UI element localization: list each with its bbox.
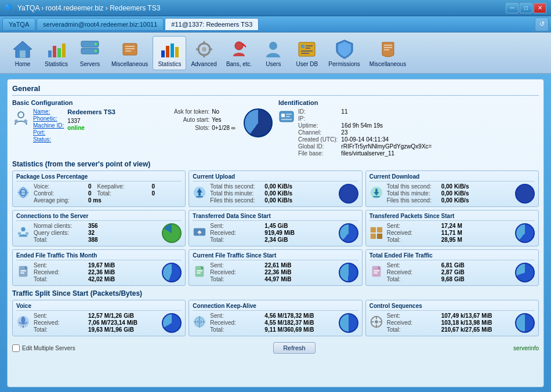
- port-link[interactable]: Port:: [33, 129, 64, 136]
- file-base-val: files/virtualserver_11: [341, 150, 432, 157]
- config-fields: Redeemers TS3 1337 online: [67, 108, 155, 131]
- permissions-label: Permissions: [328, 61, 360, 67]
- svg-rect-2: [48, 50, 52, 57]
- svg-rect-62: [377, 227, 382, 232]
- users-button[interactable]: Users: [256, 37, 290, 70]
- status-link[interactable]: Status:: [33, 136, 64, 143]
- advanced-icon: [194, 39, 215, 60]
- userdb-icon: [296, 39, 317, 60]
- users-icon: [263, 39, 284, 60]
- stat-box-file-total: Total Ended File Traffic Sent:6,81 GiB R…: [365, 249, 539, 286]
- port-val: 1337: [67, 118, 80, 124]
- tab-bar: YaTQA serveradmin@root4.redeemer.biz:100…: [0, 16, 551, 32]
- svg-point-39: [24, 119, 27, 123]
- svg-rect-61: [371, 227, 376, 232]
- userdb-button[interactable]: User DB: [290, 37, 324, 70]
- svg-rect-43: [286, 116, 290, 117]
- svg-point-23: [202, 47, 206, 52]
- svg-rect-4: [57, 48, 61, 57]
- svg-point-55: [21, 227, 25, 231]
- tab-instance[interactable]: #11@1337: Redeemers TS3: [165, 18, 259, 31]
- miscellaneous2-button[interactable]: Miscellaneous: [365, 37, 411, 70]
- slots-val: 0+1/28 ∞: [212, 125, 235, 131]
- svg-rect-30: [306, 45, 313, 46]
- svg-rect-36: [384, 49, 389, 50]
- svg-rect-76: [374, 272, 377, 273]
- phonetic-link[interactable]: Phonetic:: [33, 115, 64, 122]
- miscellaneous1-button[interactable]: Miscellaneous: [107, 37, 153, 70]
- stats-section-title: Statistics (from the server's point of v…: [12, 160, 539, 168]
- name-link[interactable]: Name:: [33, 108, 64, 115]
- stat-box-control: Control Sequences Sent:107,49: [365, 300, 539, 336]
- svg-point-56: [18, 232, 21, 235]
- servers-button[interactable]: Servers: [73, 37, 107, 70]
- general-title: General: [12, 84, 539, 96]
- stat-box-transfer-data: Transferred Data Since Start Sent:1,45 G…: [188, 210, 362, 246]
- svg-rect-71: [197, 270, 202, 271]
- traffic-split-grid: Voice Sent:12,57 M/1,26 GiB Received:7,0…: [12, 300, 539, 336]
- minimize-button[interactable]: ─: [506, 3, 519, 13]
- file-total-icon: [369, 264, 385, 281]
- file-current-pie: [339, 263, 358, 282]
- title-bar: 🔷 YaTQA › root4.redeemer.biz › Redeemers…: [0, 0, 551, 16]
- machine-id-link[interactable]: Machine ID:: [33, 122, 64, 129]
- general-section: Basic Configuration Name: Phonetic:: [12, 99, 539, 157]
- miscellaneous2-icon: [378, 39, 398, 60]
- refresh-button[interactable]: Refresh: [273, 342, 316, 354]
- users-label: Users: [266, 61, 281, 67]
- back-button[interactable]: ↺: [535, 17, 549, 31]
- svg-rect-35: [384, 47, 392, 48]
- svg-rect-41: [281, 114, 285, 117]
- miscellaneous1-label: Miscellaneous: [111, 61, 148, 67]
- stat-box-package-loss: Package Loss Percentage Voice:0Keepalive…: [12, 170, 186, 207]
- advanced-button[interactable]: Advanced: [186, 37, 221, 70]
- status-val: online: [67, 125, 155, 131]
- svg-rect-64: [377, 233, 382, 238]
- svg-rect-12: [125, 48, 135, 49]
- toolbar: Home Statistics Servers: [0, 32, 551, 74]
- connections-pie: [162, 223, 182, 243]
- created-val: 10-09-14 04:11:34: [341, 136, 432, 143]
- file-month-icon: [16, 264, 31, 281]
- packets-icon: [369, 225, 385, 242]
- edit-multiple-checkbox[interactable]: [12, 344, 20, 352]
- bans-button[interactable]: Bans, etc.: [222, 37, 256, 70]
- bans-icon: [229, 39, 249, 60]
- identification-title: Identification: [278, 99, 539, 106]
- statistics1-label: Statistics: [45, 61, 68, 67]
- transfer-icon: [193, 225, 208, 242]
- basic-config-title: Basic Configuration: [12, 99, 273, 106]
- statistics1-button[interactable]: Statistics: [39, 37, 73, 70]
- stat-box-file-month: Ended File Traffic This Month Sent:19,67…: [12, 249, 186, 286]
- tab-yatqa[interactable]: YaTQA: [2, 18, 35, 31]
- traffic-split-title: Traffic Split Since Start (Packets/Bytes…: [12, 289, 539, 297]
- identification: Identification ID:11 IP:: [278, 99, 539, 157]
- permissions-button[interactable]: Permissions: [324, 37, 364, 70]
- config-extra-fields: Ask for token:No Auto start:Yes Slots:0+…: [163, 108, 235, 132]
- server-name: Redeemers TS3: [67, 108, 155, 115]
- svg-rect-75: [374, 270, 379, 271]
- home-button[interactable]: Home: [6, 37, 39, 70]
- tab-server[interactable]: serveradmin@root4.redeemer.biz:10011: [37, 18, 164, 31]
- svg-point-8: [95, 43, 97, 45]
- servers-icon: [79, 39, 100, 60]
- svg-rect-68: [20, 272, 24, 273]
- stat-box-keepalive: Connection Keep-Alive Sent:4,56 M/178,32…: [188, 300, 362, 336]
- file-current-icon: [193, 264, 208, 281]
- keepalive-pie: [339, 313, 358, 333]
- svg-point-9: [95, 50, 97, 52]
- control-pie: [515, 313, 535, 333]
- transfer-data-pie: [339, 223, 358, 243]
- statistics2-button[interactable]: Statistics: [153, 36, 186, 70]
- userdb-label: User DB: [296, 61, 318, 67]
- svg-rect-14: [161, 50, 165, 57]
- close-button[interactable]: ✕: [534, 3, 546, 13]
- stat-box-download: Current Download Total this second:0,00 …: [365, 170, 539, 207]
- serverinfo-link[interactable]: serverinfo: [513, 345, 539, 351]
- svg-rect-3: [53, 46, 56, 57]
- edit-multiple-label: Edit Multiple Servers: [22, 345, 75, 351]
- maximize-button[interactable]: □: [520, 3, 532, 13]
- svg-rect-28: [299, 42, 315, 56]
- id-grid: ID:11 IP: Uptime:16d 9h 54m 19s Channel:…: [298, 108, 432, 157]
- svg-rect-29: [301, 45, 304, 48]
